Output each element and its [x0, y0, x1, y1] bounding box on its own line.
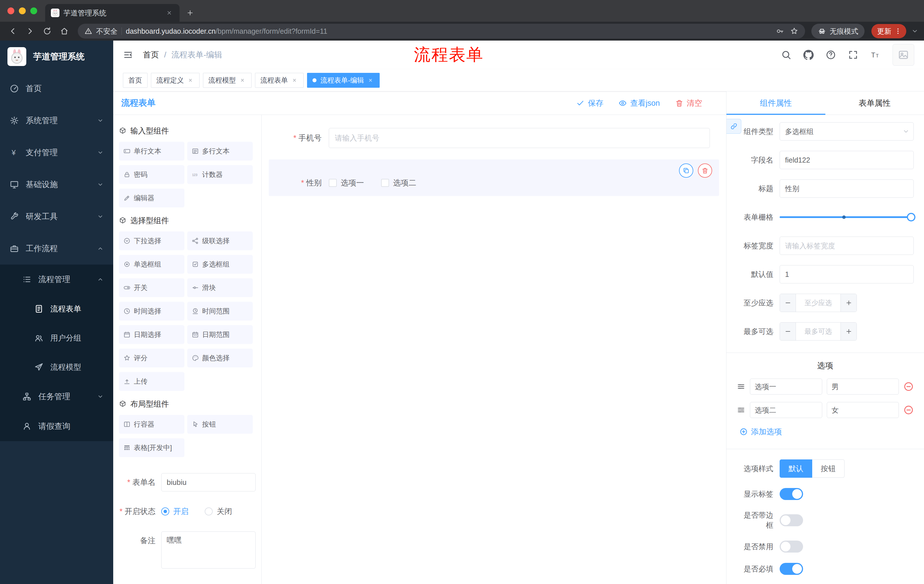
component-item-cascader[interactable]: 级联选择: [187, 232, 253, 250]
component-item-time-range[interactable]: 时间范围: [187, 302, 253, 321]
bookmark-star-icon[interactable]: [790, 27, 798, 35]
sidebar-item-task-management[interactable]: 任务管理: [0, 382, 113, 411]
phone-input[interactable]: [329, 128, 710, 148]
remark-textarea[interactable]: 嘿嘿: [161, 531, 256, 569]
forward-icon[interactable]: [23, 24, 37, 38]
sidebar-item-workflow[interactable]: 工作流程: [0, 233, 113, 265]
component-item-checkbox-group[interactable]: 多选框组: [187, 255, 253, 274]
security-warning-icon[interactable]: [85, 28, 92, 35]
tag-close-icon[interactable]: [367, 77, 374, 84]
tab-close-icon[interactable]: [165, 8, 174, 17]
drag-handle-icon[interactable]: [737, 382, 745, 391]
component-item-switch[interactable]: 开关: [119, 278, 185, 297]
tag-process-form[interactable]: 流程表单: [255, 73, 304, 88]
component-type-select[interactable]: 多选框组: [780, 122, 914, 141]
component-item-counter[interactable]: 123计数器: [187, 165, 253, 184]
component-item-select[interactable]: 下拉选择: [119, 232, 185, 250]
max-select-stepper[interactable]: 最多可选: [780, 322, 857, 341]
sidebar-item-leave-query[interactable]: 请假查询: [0, 411, 113, 441]
tab-component-props[interactable]: 组件属性: [726, 91, 825, 115]
breadcrumb-home[interactable]: 首页: [143, 49, 159, 60]
component-item-slider[interactable]: 滑块: [187, 278, 253, 297]
password-key-icon[interactable]: [776, 27, 784, 35]
sidebar-item-user-group[interactable]: 用户分组: [0, 323, 113, 352]
title-input[interactable]: [780, 179, 914, 198]
option1-value-input[interactable]: [827, 378, 899, 395]
gender-option2-checkbox[interactable]: 选项二: [381, 178, 416, 188]
font-size-icon[interactable]: TT: [870, 50, 881, 60]
increase-icon[interactable]: [840, 322, 856, 340]
style-button-button[interactable]: 按钮: [812, 459, 845, 478]
component-item-date-picker[interactable]: 日期选择: [119, 325, 185, 344]
delete-field-icon[interactable]: [698, 163, 712, 178]
back-icon[interactable]: [6, 24, 20, 38]
tag-home[interactable]: 首页: [123, 73, 147, 88]
chevron-down-icon[interactable]: [911, 28, 918, 35]
fullscreen-icon[interactable]: [848, 50, 858, 60]
component-item-radio-group[interactable]: 单选框组: [119, 255, 185, 274]
sidebar-item-home[interactable]: 首页: [0, 72, 113, 105]
tag-process-model[interactable]: 流程模型: [203, 73, 252, 88]
window-minimize-button[interactable]: [19, 7, 26, 14]
component-item-button[interactable]: 按钮: [187, 415, 253, 434]
browser-menu-kebab-icon[interactable]: [894, 28, 902, 35]
status-on-radio[interactable]: 开启: [161, 506, 189, 517]
help-icon[interactable]: [826, 50, 836, 60]
component-item-row-container[interactable]: 行容器: [119, 415, 185, 434]
copy-field-icon[interactable]: [679, 163, 693, 178]
view-json-button[interactable]: 查看json: [619, 98, 660, 108]
option1-label-input[interactable]: [750, 378, 822, 395]
save-button[interactable]: 保存: [576, 98, 603, 108]
component-item-table[interactable]: 表格[开发中]: [119, 438, 185, 457]
form-name-input[interactable]: [161, 473, 256, 492]
component-item-rating[interactable]: 评分: [119, 349, 185, 367]
decrease-icon[interactable]: [780, 294, 796, 312]
search-icon[interactable]: [781, 50, 791, 60]
status-off-radio[interactable]: 关闭: [205, 506, 232, 517]
reload-icon[interactable]: [40, 24, 54, 38]
default-value-input[interactable]: [780, 265, 914, 283]
decrease-icon[interactable]: [780, 322, 796, 340]
grid-slider[interactable]: [780, 208, 914, 226]
drag-handle-icon[interactable]: [737, 406, 745, 414]
show-label-switch[interactable]: [780, 488, 803, 500]
form-canvas[interactable]: 手机号 性别: [262, 115, 726, 584]
sidebar-item-payment[interactable]: ¥ 支付管理: [0, 137, 113, 169]
required-switch[interactable]: [780, 563, 803, 575]
gender-option1-checkbox[interactable]: 选项一: [329, 178, 364, 188]
github-icon[interactable]: [804, 50, 813, 60]
link-icon[interactable]: [726, 119, 741, 134]
field-name-input[interactable]: [780, 151, 914, 169]
phone-field-row[interactable]: 手机号: [269, 128, 719, 148]
user-avatar[interactable]: [893, 44, 914, 66]
component-item-color-picker[interactable]: 颜色选择: [187, 349, 253, 367]
new-tab-button[interactable]: [186, 9, 194, 16]
clear-button[interactable]: 清空: [675, 98, 702, 108]
disabled-switch[interactable]: [780, 541, 803, 553]
border-switch[interactable]: [780, 514, 803, 526]
component-item-date-range[interactable]: 日期范围: [187, 325, 253, 344]
option2-value-input[interactable]: [827, 402, 899, 418]
tag-close-icon[interactable]: [187, 77, 194, 84]
component-item-editor[interactable]: 编辑器: [119, 189, 185, 207]
menu-fold-icon[interactable]: [123, 50, 133, 60]
home-icon[interactable]: [57, 24, 71, 38]
increase-icon[interactable]: [840, 294, 856, 312]
add-option-button[interactable]: 添加选项: [737, 426, 914, 437]
sidebar-item-process-model[interactable]: 流程模型: [0, 352, 113, 382]
remove-option-icon[interactable]: [903, 405, 914, 415]
style-default-button[interactable]: 默认: [780, 459, 812, 478]
window-zoom-button[interactable]: [30, 7, 37, 14]
component-item-upload[interactable]: 上传: [119, 372, 185, 391]
remove-option-icon[interactable]: [903, 382, 914, 392]
tab-form-props[interactable]: 表单属性: [825, 91, 924, 115]
selected-field-gender[interactable]: 性别 选项一 选项二: [269, 160, 719, 196]
sidebar-item-devtools[interactable]: 研发工具: [0, 201, 113, 233]
address-bar[interactable]: 不安全 dashboard.yudao.iocoder.cn/bpm/manag…: [78, 24, 805, 39]
slider-handle[interactable]: [907, 213, 916, 221]
sidebar-item-process-form[interactable]: 流程表单: [0, 294, 113, 323]
min-select-stepper[interactable]: 至少应选: [780, 294, 857, 312]
tag-process-definition[interactable]: 流程定义: [151, 73, 200, 88]
sidebar-item-process-management[interactable]: 流程管理: [0, 265, 113, 294]
tag-close-icon[interactable]: [291, 77, 298, 84]
